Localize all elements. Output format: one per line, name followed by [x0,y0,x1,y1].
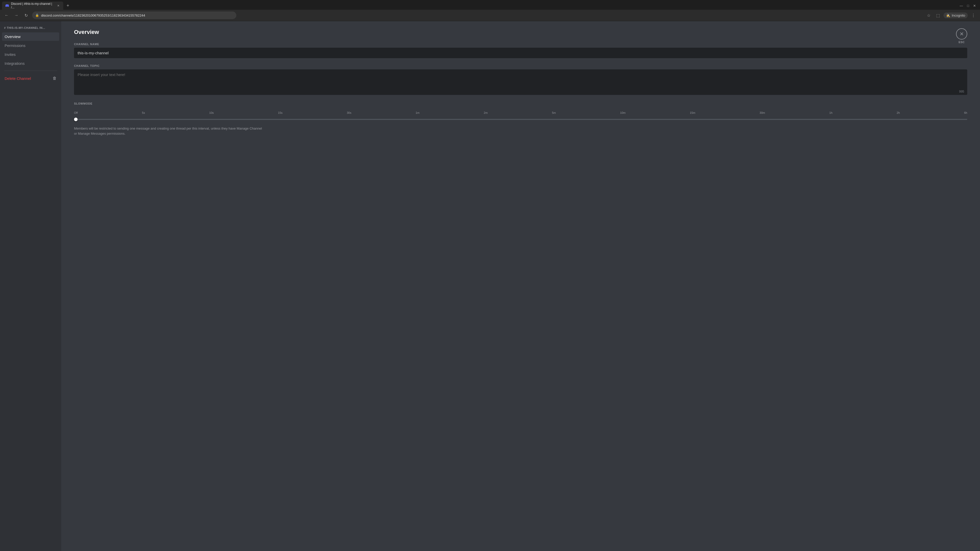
slowmode-description: Members will be restricted to sending on… [74,126,266,136]
sidebar-item-overview[interactable]: Overview [2,32,59,41]
channel-name-input[interactable] [74,48,967,58]
incognito-button[interactable]: 🕵 Incognito [943,13,968,18]
trash-icon: 🗑 [52,76,57,81]
sidebar-item-permissions[interactable]: Permissions [2,41,59,50]
reload-button[interactable]: ↻ [22,12,30,19]
channel-topic-label: CHANNEL TOPIC [74,64,967,67]
tick-30m: 30m [759,111,765,114]
slowmode-section: SLOWMODE Off 5s 10s 15s 30s 1m 2m 5m 10m… [74,102,967,136]
lock-icon: 🔒 [35,14,39,17]
page-title: Overview [74,29,967,35]
slowmode-tick-labels: Off 5s 10s 15s 30s 1m 2m 5m 10m 15m 30m … [74,111,967,114]
tab-title: Discord | #this-is-my-channel | /... [11,2,54,9]
slowmode-slider-container: Off 5s 10s 15s 30s 1m 2m 5m 10m 15m 30m … [74,107,967,123]
extension-button[interactable]: ⬚ [934,12,942,19]
tick-2m: 2m [484,111,488,114]
tick-2h: 2h [897,111,900,114]
tick-off: Off [74,111,78,114]
esc-button[interactable]: ✕ ESC [956,28,967,44]
maximize-button[interactable]: □ [967,4,969,8]
sidebar: # THIS-IS-MY-CHANNEL IN... Overview Perm… [0,21,61,551]
app-layout: # THIS-IS-MY-CHANNEL IN... Overview Perm… [0,21,980,551]
browser-tab[interactable]: Discord | #this-is-my-channel | /... ✕ [2,2,63,10]
bookmark-button[interactable]: ☆ [925,12,932,19]
tick-10m: 10m [620,111,625,114]
tick-1h: 1h [829,111,832,114]
channel-topic-wrapper: 995 [74,69,967,96]
address-bar-actions: ☆ ⬚ 🕵 Incognito ⋮ [925,12,977,19]
window-controls: — □ ✕ [959,4,978,8]
main-content: ✕ ESC Overview CHANNEL NAME CHANNEL TOPI… [61,21,980,551]
delete-channel-label: Delete Channel [5,76,31,81]
char-count: 995 [959,90,964,94]
tick-15m: 15m [690,111,695,114]
sidebar-item-integrations[interactable]: Integrations [2,59,59,68]
back-button[interactable]: ← [3,12,10,19]
close-button[interactable]: ✕ [973,4,976,8]
forward-button[interactable]: → [13,12,20,19]
incognito-icon: 🕵 [946,14,950,17]
slowmode-label: SLOWMODE [74,102,967,105]
sidebar-invites-label: Invites [5,52,16,57]
tab-bar: Discord | #this-is-my-channel | /... ✕ +… [0,0,980,10]
tick-5m: 5m [552,111,556,114]
tick-1m: 1m [416,111,420,114]
esc-circle-icon: ✕ [956,28,967,40]
tick-30s: 30s [347,111,352,114]
esc-label: ESC [959,41,965,44]
tick-6h: 6h [964,111,967,114]
address-bar[interactable]: 🔒 discord.com/channels/11823620100679352… [32,11,236,19]
new-tab-button[interactable]: + [64,2,72,9]
sidebar-integrations-label: Integrations [5,61,24,65]
sidebar-overview-label: Overview [5,35,21,39]
incognito-label: Incognito [952,14,965,17]
url-text: discord.com/channels/1182362010067935253… [41,14,145,17]
sidebar-delete-channel[interactable]: Delete Channel 🗑 [2,74,59,83]
channel-topic-input[interactable] [74,69,967,95]
tick-15s: 15s [278,111,283,114]
minimize-button[interactable]: — [959,4,963,8]
discord-favicon-icon [5,3,9,8]
address-bar-row: ← → ↻ 🔒 discord.com/channels/11823620100… [0,10,980,21]
tab-close-button[interactable]: ✕ [56,3,60,8]
tick-10s: 10s [209,111,214,114]
sidebar-channel-label: # THIS-IS-MY-CHANNEL IN... [2,26,59,32]
browser-chrome: Discord | #this-is-my-channel | /... ✕ +… [0,0,980,21]
tick-5s: 5s [142,111,145,114]
menu-button[interactable]: ⋮ [970,12,977,19]
sidebar-item-invites[interactable]: Invites [2,50,59,59]
slowmode-slider[interactable] [74,119,967,120]
channel-name-label: CHANNEL NAME [74,43,967,46]
sidebar-permissions-label: Permissions [5,43,25,48]
